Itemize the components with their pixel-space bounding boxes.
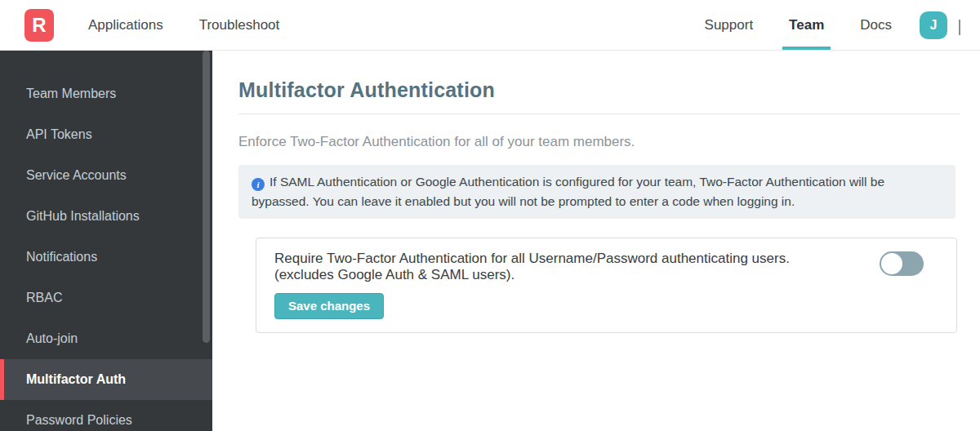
- sidebar-item-team-members[interactable]: Team Members: [0, 73, 212, 114]
- mfa-setting-label-line2: (excludes Google Auth & SAML users).: [274, 267, 862, 283]
- rollbar-logo[interactable]: R: [24, 9, 54, 42]
- sidebar-item-label: Auto-join: [26, 331, 78, 346]
- avatar-initial: J: [930, 18, 938, 33]
- sidebar-item-rbac[interactable]: RBAC: [0, 278, 212, 318]
- sidebar-item-label: GitHub Installations: [26, 209, 140, 224]
- sidebar-item-api-tokens[interactable]: API Tokens: [0, 114, 212, 155]
- title-divider: [238, 113, 960, 114]
- sidebar-item-auto-join[interactable]: Auto-join: [0, 318, 212, 359]
- user-avatar[interactable]: J: [920, 11, 947, 39]
- main-content: Multifactor Authentication Enforce Two-F…: [212, 51, 980, 431]
- info-note: iIf SAML Authentication or Google Authen…: [238, 165, 956, 219]
- secondary-nav: Support Team Docs J: [687, 0, 980, 50]
- sidebar-item-password-policies[interactable]: Password Policies: [0, 400, 212, 431]
- sidebar-scrollbar-thumb[interactable]: [203, 51, 210, 343]
- settings-sidebar: Team Members API Tokens Service Accounts…: [0, 51, 212, 431]
- chevron-down-icon: [959, 20, 960, 35]
- sidebar-item-label: Team Members: [26, 87, 116, 101]
- primary-nav: Applications Troubleshoot: [88, 17, 279, 33]
- sidebar-item-service-accounts[interactable]: Service Accounts: [0, 155, 212, 196]
- info-circle-icon: i: [252, 178, 265, 191]
- user-menu-toggle[interactable]: [959, 20, 960, 34]
- sidebar-item-label: Notifications: [26, 250, 97, 264]
- require-2fa-toggle[interactable]: [880, 251, 924, 276]
- top-navbar: R Applications Troubleshoot Support Team…: [0, 0, 980, 51]
- sidebar-item-label: API Tokens: [26, 127, 92, 142]
- toggle-knob: [881, 253, 902, 274]
- sidebar-item-notifications[interactable]: Notifications: [0, 237, 212, 278]
- nav-link-applications[interactable]: Applications: [88, 17, 163, 33]
- nav-link-troubleshoot[interactable]: Troubleshoot: [199, 17, 280, 33]
- sidebar-item-multifactor-auth[interactable]: Multifactor Auth: [0, 359, 212, 400]
- nav-link-team[interactable]: Team: [771, 0, 842, 50]
- nav-link-docs[interactable]: Docs: [842, 0, 910, 50]
- nav-link-support[interactable]: Support: [687, 0, 772, 50]
- mfa-setting-label: Require Two-Factor Authentication for al…: [274, 251, 862, 283]
- logo-letter: R: [32, 14, 46, 37]
- page-title: Multifactor Authentication: [238, 78, 980, 102]
- mfa-setting-label-line1: Require Two-Factor Authentication for al…: [274, 251, 862, 267]
- sidebar-item-label: Service Accounts: [26, 168, 127, 183]
- info-note-text: If SAML Authentication or Google Authent…: [252, 175, 884, 208]
- sidebar-item-label: Multifactor Auth: [26, 372, 126, 387]
- section-description: Enforce Two-Factor Authentication for al…: [238, 134, 960, 150]
- page: R Applications Troubleshoot Support Team…: [0, 0, 980, 431]
- save-changes-button[interactable]: Save changes: [274, 293, 384, 319]
- sidebar-item-github-installations[interactable]: GitHub Installations: [0, 196, 212, 237]
- sidebar-item-label: Password Policies: [26, 413, 132, 428]
- mfa-setting-card: Require Two-Factor Authentication for al…: [256, 238, 957, 333]
- sidebar-item-label: RBAC: [26, 291, 62, 305]
